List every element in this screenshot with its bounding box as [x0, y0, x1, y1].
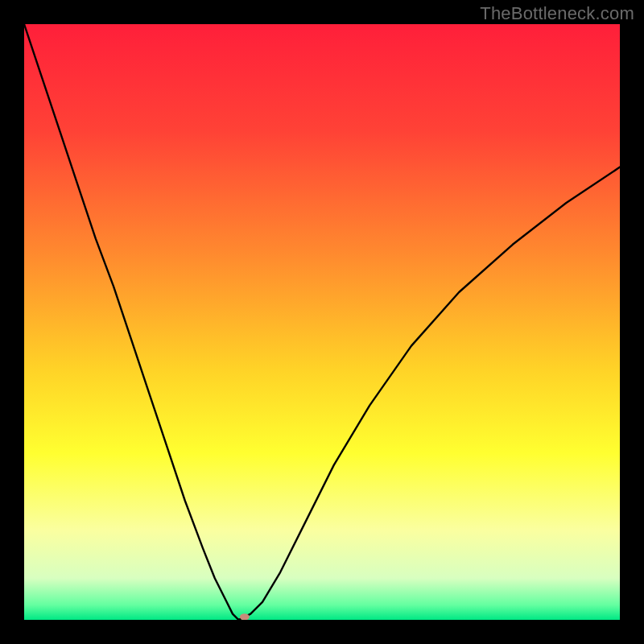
chart-background	[24, 24, 620, 620]
chart-area	[24, 24, 620, 620]
optimum-marker	[240, 613, 250, 620]
watermark-text: TheBottleneck.com	[480, 3, 634, 24]
chart-svg	[24, 24, 620, 620]
